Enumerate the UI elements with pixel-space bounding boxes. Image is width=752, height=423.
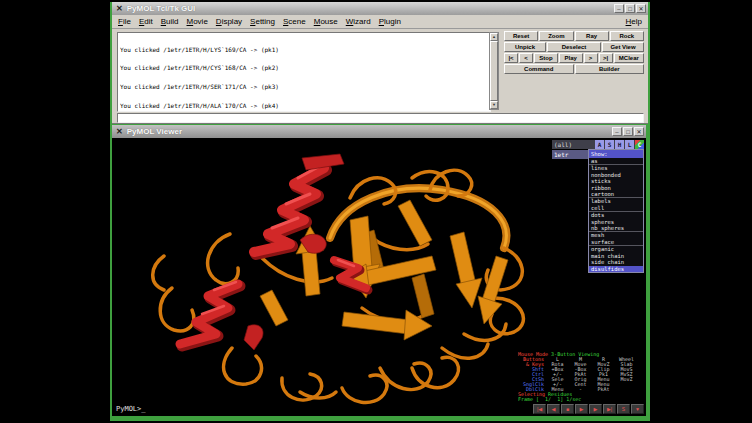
gui-content: You clicked /1etr/1ETR/H/LYS`169/CA -> (… <box>112 29 648 125</box>
minimize-button[interactable]: – <box>612 127 622 136</box>
pymol-tk-gui-window: ✕ PyMOL Tcl/Tk GUI – □ ✕ File Edit Build… <box>112 2 648 124</box>
scrollbar-thumb[interactable] <box>490 41 498 101</box>
button-row: Unpick Deselect Get View <box>504 42 644 52</box>
object-row-all[interactable]: (all) A S H L C <box>552 140 644 149</box>
gui-menubar: File Edit Build Movie Display Setting Sc… <box>112 15 648 29</box>
deselect-button[interactable]: Deselect <box>547 42 601 52</box>
viewer-window-title: PyMOL Viewer <box>127 127 611 136</box>
close-button[interactable]: ✕ <box>634 127 644 136</box>
output-log[interactable]: You clicked /1etr/1ETR/H/LYS`169/CA -> (… <box>117 32 491 112</box>
movie-stop-button[interactable]: ■ <box>561 404 574 414</box>
show-menu-item[interactable]: labels <box>589 197 643 204</box>
menu-wizard[interactable]: Wizard <box>346 17 371 26</box>
maximize-button[interactable]: □ <box>625 4 635 13</box>
gui-window-title: PyMOL Tcl/Tk GUI <box>127 4 613 13</box>
log-line: You clicked /1etr/1ETR/H/CYS`168/CA -> (… <box>120 65 488 71</box>
gui-titlebar[interactable]: ✕ PyMOL Tcl/Tk GUI – □ ✕ <box>112 2 648 15</box>
show-menu-item-highlighted[interactable]: disulfides <box>589 266 643 272</box>
button-row: Reset Zoom Ray Rock <box>504 31 644 41</box>
object-name[interactable]: (all) <box>552 141 594 148</box>
menu-movie[interactable]: Movie <box>187 17 208 26</box>
menu-display[interactable]: Display <box>216 17 242 26</box>
show-menu-item[interactable]: dots <box>589 211 643 218</box>
play-button[interactable]: Play <box>559 53 583 63</box>
log-scrollbar[interactable]: ▲ ▼ <box>489 32 499 110</box>
mouse-mode-legend: Mouse Mode 3-Button Viewing Buttons L M … <box>518 352 644 402</box>
fullscreen-button[interactable]: ▼ <box>631 404 644 414</box>
minimize-button[interactable]: – <box>614 4 624 13</box>
show-menu-item[interactable]: lines <box>589 164 643 171</box>
close-button[interactable]: ✕ <box>636 4 646 13</box>
menu-scene[interactable]: Scene <box>283 17 306 26</box>
viewer-titlebar[interactable]: ✕ PyMOL Viewer – □ ✕ <box>112 125 646 138</box>
show-menu-item[interactable]: organic <box>589 245 643 252</box>
movie-end-button[interactable]: ▶| <box>603 404 616 414</box>
builder-button[interactable]: Builder <box>575 64 645 74</box>
menu-help[interactable]: Help <box>626 17 642 26</box>
menu-file[interactable]: File <box>118 17 131 26</box>
movie-last-button[interactable]: >| <box>599 53 613 63</box>
ray-button[interactable]: Ray <box>575 31 609 41</box>
log-line: You clicked /1etr/1ETR/H/ALA`170/CA -> (… <box>120 103 488 109</box>
desktop: { "icons": { "app_x": "✕", "minimize": "… <box>0 0 752 423</box>
button-panel: Reset Zoom Ray Rock Unpick Deselect Get … <box>504 31 644 75</box>
show-menu-item[interactable]: mesh <box>589 231 643 238</box>
window-menu-icon[interactable]: ✕ <box>116 2 123 15</box>
color-menu-button[interactable]: C <box>635 140 644 149</box>
movie-back-button[interactable]: ◀ <box>547 404 560 414</box>
command-button[interactable]: Command <box>504 64 574 74</box>
log-line: You clicked /1etr/1ETR/H/LYS`169/CA -> (… <box>120 47 488 53</box>
menu-mouse[interactable]: Mouse <box>314 17 338 26</box>
log-line: You clicked /1etr/1ETR/H/SER`171/CA -> (… <box>120 84 488 90</box>
3d-viewport[interactable]: (all) A S H L C 1etr Show: as lines nonb… <box>112 138 646 416</box>
movie-first-button[interactable]: |< <box>504 53 518 63</box>
label-menu-button[interactable]: L <box>625 140 634 149</box>
movie-rewind-button[interactable]: |◀ <box>533 404 546 414</box>
menu-edit[interactable]: Edit <box>139 17 153 26</box>
scroll-up-icon[interactable]: ▲ <box>490 33 498 41</box>
button-row: Command Builder <box>504 64 644 74</box>
command-input[interactable] <box>117 113 644 123</box>
scene-button[interactable]: S <box>617 404 630 414</box>
reset-button[interactable]: Reset <box>504 31 538 41</box>
menu-setting[interactable]: Setting <box>250 17 275 26</box>
movie-forward-button[interactable]: > <box>584 53 598 63</box>
show-menu-button[interactable]: S <box>605 140 614 149</box>
button-row: |< < Stop Play > >| MClear <box>504 53 644 63</box>
unpick-button[interactable]: Unpick <box>504 42 546 52</box>
action-menu-button[interactable]: A <box>595 140 604 149</box>
show-popup-menu: Show: as lines nonbonded sticks ribbon c… <box>588 149 644 273</box>
hide-menu-button[interactable]: H <box>615 140 624 149</box>
maximize-button[interactable]: □ <box>623 127 633 136</box>
menu-plugin[interactable]: Plugin <box>379 17 401 26</box>
get-view-button[interactable]: Get View <box>602 42 644 52</box>
rock-button[interactable]: Rock <box>610 31 644 41</box>
pymol-viewer-window: ✕ PyMOL Viewer – □ ✕ <box>112 125 646 416</box>
movie-forward-button[interactable]: ▶ <box>589 404 602 414</box>
pymol-prompt: PyMOL>_ <box>116 405 146 413</box>
zoom-button[interactable]: Zoom <box>539 31 573 41</box>
menu-build[interactable]: Build <box>161 17 179 26</box>
window-menu-icon[interactable]: ✕ <box>116 125 123 138</box>
stop-button[interactable]: Stop <box>534 53 558 63</box>
show-menu-title: Show: <box>589 150 643 158</box>
movie-controls: |◀ ◀ ■ ▶ ▶ ▶| S ▼ <box>532 404 644 414</box>
scroll-down-icon[interactable]: ▼ <box>490 101 498 109</box>
movie-play-button[interactable]: ▶ <box>575 404 588 414</box>
frame-indicator: Frame [ 1/ 1] 1/sec <box>518 397 644 402</box>
mclear-button[interactable]: MClear <box>614 53 644 63</box>
movie-back-button[interactable]: < <box>519 53 533 63</box>
